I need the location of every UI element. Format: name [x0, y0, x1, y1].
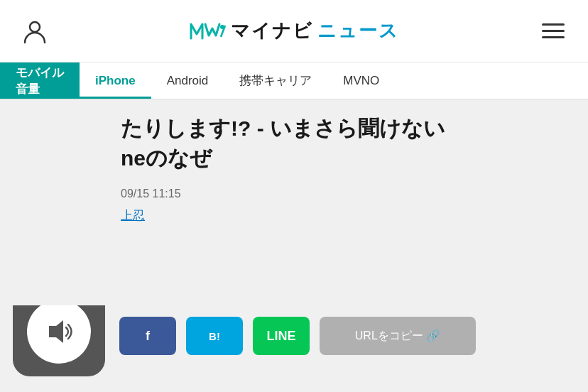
tab-mobile[interactable]: モバイル音量 — [0, 62, 80, 99]
article-title-part2: neのなぜ — [121, 146, 212, 170]
tab-android[interactable]: Android — [151, 62, 224, 99]
volume-icon — [43, 316, 75, 347]
tab-carrier-label: 携帯キャリア — [239, 72, 312, 89]
hatena-label: B! — [209, 330, 220, 342]
user-icon-button[interactable] — [20, 16, 50, 46]
tab-mvno-label: MVNO — [343, 74, 379, 88]
logo-news-text: ニュース — [317, 18, 399, 43]
menu-bar-2 — [542, 30, 565, 32]
facebook-label: f — [146, 329, 150, 344]
line-label: LINE — [266, 329, 295, 344]
tab-mvno[interactable]: MVNO — [327, 62, 395, 99]
tab-android-label: Android — [167, 74, 209, 88]
person-icon — [22, 18, 48, 44]
article-date: 09/15 11:15 — [121, 187, 574, 200]
tab-iphone-label: iPhone — [95, 74, 136, 88]
volume-button[interactable] — [27, 300, 91, 364]
article-title: たりします!? - いまさら聞けない neのなぜ — [121, 114, 574, 173]
article-content: たりします!? - いまさら聞けない neのなぜ 09/15 11:15 上忍 — [0, 99, 588, 305]
tab-carrier[interactable]: 携帯キャリア — [224, 62, 327, 99]
svg-point-0 — [30, 22, 40, 32]
nav-tabs: モバイル音量 iPhone Android 携帯キャリア MVNO — [0, 62, 588, 99]
menu-bar-1 — [542, 23, 565, 26]
logo-brand-text: マイナビ — [231, 18, 313, 43]
url-copy-label: URLをコピー 🔗 — [355, 329, 440, 344]
menu-button[interactable] — [538, 16, 568, 46]
content-area: たりします!? - いまさら聞けない neのなぜ 09/15 11:15 上忍 — [0, 99, 588, 305]
tab-mobile-label: モバイル音量 — [16, 65, 64, 97]
header-logo: マイナビ ニュース — [190, 18, 399, 43]
svg-marker-3 — [49, 320, 63, 343]
article-title-part1: たりします!? - いまさら聞けない — [121, 116, 445, 140]
tab-iphone[interactable]: iPhone — [80, 62, 151, 99]
share-url-button[interactable]: URLをコピー 🔗 — [320, 317, 476, 355]
share-line-button[interactable]: LINE — [253, 317, 310, 355]
article-author-link[interactable]: 上忍 — [121, 209, 145, 222]
menu-bar-3 — [542, 36, 565, 38]
header: マイナビ ニュース — [0, 0, 588, 62]
share-facebook-button[interactable]: f — [119, 317, 176, 355]
mw-logo-icon — [190, 21, 227, 41]
share-hatena-button[interactable]: B! — [186, 317, 243, 355]
